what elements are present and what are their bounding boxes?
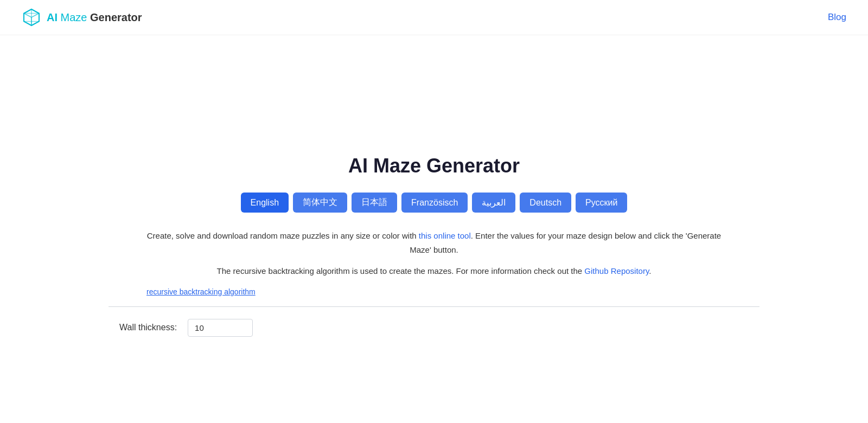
main-nav: Blog <box>828 12 846 23</box>
logo-maze: Maze <box>61 11 90 23</box>
logo-area: AI Maze Generator <box>22 8 142 27</box>
online-tool-link[interactable]: this online tool <box>419 231 471 240</box>
settings-section: Wall thickness: <box>108 307 760 342</box>
page-title: AI Maze Generator <box>348 155 520 177</box>
algo-text-after: . <box>649 266 651 275</box>
algo-text-before: The recursive backtracking algorithm is … <box>217 266 585 275</box>
wall-thickness-label: Wall thickness: <box>119 323 177 332</box>
lang-btn-french[interactable]: Französisch <box>401 193 468 213</box>
description-text-before: Create, solve and download random maze p… <box>147 231 419 240</box>
algo-link-container: recursive backtracking algorithm <box>136 287 732 297</box>
lang-btn-arabic[interactable]: العربية <box>472 193 515 213</box>
blog-link[interactable]: Blog <box>828 12 846 22</box>
lang-btn-english[interactable]: English <box>241 193 289 213</box>
github-repo-link[interactable]: Github Repository <box>584 266 649 275</box>
algo-description: The recursive backtracking algorithm is … <box>206 264 662 278</box>
logo-icon <box>22 8 41 27</box>
recursive-algo-link[interactable]: recursive backtracking algorithm <box>146 287 256 296</box>
logo-ai: AI <box>47 11 61 23</box>
lang-btn-chinese[interactable]: 简体中文 <box>293 193 347 213</box>
lang-btn-japanese[interactable]: 日本語 <box>352 193 397 213</box>
lang-btn-german[interactable]: Deutsch <box>520 193 571 213</box>
header: AI Maze Generator Blog <box>0 0 868 35</box>
main-description: Create, solve and download random maze p… <box>136 229 732 257</box>
main-content: AI Maze Generator English 简体中文 日本語 Franz… <box>0 35 868 342</box>
language-selector: English 简体中文 日本語 Französisch العربية Deu… <box>241 193 628 213</box>
logo-text: AI Maze Generator <box>47 11 142 24</box>
logo-generator: Generator <box>90 11 142 23</box>
wall-thickness-input[interactable] <box>188 319 253 337</box>
lang-btn-russian[interactable]: Русский <box>576 193 627 213</box>
